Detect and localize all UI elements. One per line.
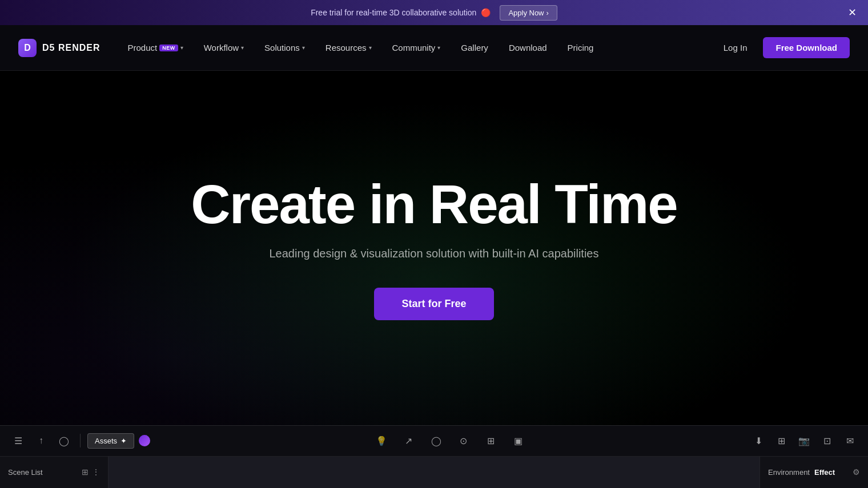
solutions-chevron-icon: ▾ bbox=[302, 45, 305, 51]
nav-pricing-label: Pricing bbox=[568, 43, 594, 53]
hero-title: Create in Real Time bbox=[191, 176, 677, 233]
community-chevron-icon: ▾ bbox=[437, 45, 440, 51]
scene-list-panel: Scene List ⊞ ⋮ bbox=[0, 457, 108, 488]
top-banner: Free trial for real-time 3D collaborativ… bbox=[0, 0, 868, 25]
banner-message: Free trial for real-time 3D collaborativ… bbox=[311, 8, 476, 17]
menu-icon[interactable]: ☰ bbox=[9, 431, 27, 450]
nav-download-label: Download bbox=[509, 43, 547, 53]
nav-item-product[interactable]: Product NEW ▾ bbox=[118, 38, 192, 57]
effect-label[interactable]: Effect bbox=[814, 468, 835, 477]
banner-close-button[interactable]: ✕ bbox=[848, 6, 857, 19]
nav-product-label: Product bbox=[127, 43, 157, 53]
environment-label: Environment bbox=[768, 468, 810, 477]
nav-gallery-label: Gallery bbox=[461, 43, 488, 53]
close-icon: ✕ bbox=[848, 7, 857, 18]
start-free-button[interactable]: Start for Free bbox=[374, 288, 493, 320]
navbar: D D5 RENDER Product NEW ▾ Workflow ▾ Sol… bbox=[0, 25, 868, 71]
product-chevron-icon: ▾ bbox=[180, 45, 183, 51]
banner-text-container: Free trial for real-time 3D collaborativ… bbox=[311, 8, 491, 17]
nav-community-label: Community bbox=[392, 43, 436, 53]
scene-menu-icon[interactable]: ⋮ bbox=[92, 467, 100, 477]
nav-items: Product NEW ▾ Workflow ▾ Solutions ▾ Res… bbox=[118, 38, 714, 57]
nav-item-resources[interactable]: Resources ▾ bbox=[316, 38, 381, 57]
environment-panel: Environment Effect ⚙ bbox=[760, 457, 868, 488]
viewport-icon[interactable]: ⊡ bbox=[818, 431, 836, 450]
nav-solutions-label: Solutions bbox=[264, 43, 300, 53]
workflow-chevron-icon: ▾ bbox=[241, 45, 244, 51]
logo-text: D5 RENDER bbox=[42, 43, 100, 53]
scene-panel-icons: ⊞ ⋮ bbox=[82, 467, 100, 477]
upload-icon[interactable]: ↑ bbox=[32, 431, 50, 450]
login-label: Log In bbox=[724, 43, 748, 53]
rotate-icon[interactable]: ⊙ bbox=[455, 431, 473, 450]
logo-icon: D bbox=[18, 39, 37, 57]
assets-icon: ✦ bbox=[120, 437, 127, 445]
toolbar-center: 💡 ↗ ◯ ⊙ ⊞ ▣ bbox=[155, 431, 745, 450]
apply-arrow-icon: › bbox=[546, 9, 549, 17]
apply-now-button[interactable]: Apply Now › bbox=[500, 5, 557, 21]
grid-icon[interactable]: ⊞ bbox=[482, 431, 500, 450]
bottom-content-row: Scene List ⊞ ⋮ Environment Effect ⚙ bbox=[0, 457, 868, 488]
nav-item-download[interactable]: Download bbox=[500, 38, 556, 57]
apply-now-label: Apply Now bbox=[508, 9, 544, 17]
env-settings-icon[interactable]: ⚙ bbox=[853, 467, 860, 477]
logo-initial: D bbox=[24, 43, 31, 53]
viewport-preview bbox=[108, 457, 760, 488]
nav-item-solutions[interactable]: Solutions ▾ bbox=[255, 38, 314, 57]
start-free-label: Start for Free bbox=[401, 298, 466, 309]
nav-right: Log In Free Download bbox=[714, 37, 850, 58]
assets-label: Assets bbox=[95, 437, 117, 445]
camera-icon[interactable]: 📷 bbox=[795, 431, 813, 450]
scene-list-label: Scene List bbox=[8, 468, 43, 477]
render-icon[interactable]: ⬇ bbox=[749, 431, 767, 450]
nav-item-pricing[interactable]: Pricing bbox=[558, 38, 603, 57]
assets-tab[interactable]: Assets ✦ bbox=[87, 433, 134, 449]
scene-add-icon[interactable]: ⊞ bbox=[82, 467, 89, 477]
logo[interactable]: D D5 RENDER bbox=[18, 39, 100, 57]
bottom-bar: ☰ ↑ ◯ Assets ✦ 💡 ↗ ◯ ⊙ ⊞ ▣ ⬇ ⊞ 📷 ⊡ ✉ bbox=[0, 425, 868, 488]
toolbar-divider-1 bbox=[80, 434, 81, 447]
product-new-badge: NEW bbox=[159, 45, 178, 51]
layout-icon[interactable]: ⊞ bbox=[772, 431, 790, 450]
user-avatar bbox=[139, 435, 150, 446]
light-icon[interactable]: 💡 bbox=[372, 431, 391, 450]
banner-dot: 🔴 bbox=[481, 8, 491, 17]
mail-icon[interactable]: ✉ bbox=[841, 431, 859, 450]
resources-chevron-icon: ▾ bbox=[369, 45, 372, 51]
toolbar-row: ☰ ↑ ◯ Assets ✦ 💡 ↗ ◯ ⊙ ⊞ ▣ ⬇ ⊞ 📷 ⊡ ✉ bbox=[0, 426, 868, 457]
lasso-icon[interactable]: ◯ bbox=[427, 431, 445, 450]
arrow-icon[interactable]: ↗ bbox=[400, 431, 418, 450]
free-download-button[interactable]: Free Download bbox=[763, 37, 850, 58]
nav-item-gallery[interactable]: Gallery bbox=[452, 38, 497, 57]
toolbar-right: ⬇ ⊞ 📷 ⊡ ✉ bbox=[749, 431, 859, 450]
chat-icon[interactable]: ◯ bbox=[55, 431, 73, 450]
nav-resources-label: Resources bbox=[326, 43, 367, 53]
nav-workflow-label: Workflow bbox=[204, 43, 239, 53]
object-icon[interactable]: ▣ bbox=[509, 431, 528, 450]
nav-item-workflow[interactable]: Workflow ▾ bbox=[195, 38, 253, 57]
hero-subtitle: Leading design & visualization solution … bbox=[269, 247, 598, 260]
login-button[interactable]: Log In bbox=[714, 38, 757, 57]
nav-item-community[interactable]: Community ▾ bbox=[383, 38, 450, 57]
hero-section: Create in Real Time Leading design & vis… bbox=[0, 71, 868, 425]
free-download-label: Free Download bbox=[775, 43, 837, 53]
